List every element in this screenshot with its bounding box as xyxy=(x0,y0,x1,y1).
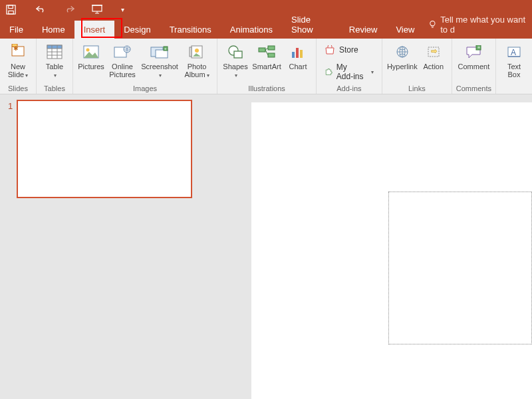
my-addins-label: My Add-ins xyxy=(336,63,366,81)
svg-point-28 xyxy=(195,49,199,53)
svg-rect-0 xyxy=(6,5,15,13)
store-label: Store xyxy=(339,45,358,55)
svg-point-19 xyxy=(86,49,90,52)
tell-me-search[interactable]: Tell me what you want to d xyxy=(424,11,532,39)
hyperlink-label: Hyperlink xyxy=(387,63,418,78)
thumbnail-number: 1 xyxy=(8,100,13,198)
thumbnail-preview[interactable] xyxy=(17,100,192,198)
svg-text:+: + xyxy=(164,47,167,51)
group-images: Pictures OnlinePictures + Screenshot▾ Ph… xyxy=(73,39,217,94)
tab-file[interactable]: File xyxy=(0,21,33,39)
action-icon xyxy=(426,43,441,61)
content-placeholder[interactable] xyxy=(388,192,532,344)
svg-rect-23 xyxy=(156,50,168,58)
shapes-icon xyxy=(227,43,243,61)
slide[interactable] xyxy=(251,102,532,399)
smartart-label: SmartArt xyxy=(252,63,281,78)
tab-home[interactable]: Home xyxy=(33,21,74,39)
svg-rect-33 xyxy=(268,53,275,57)
hyperlink-icon xyxy=(394,43,411,61)
save-icon[interactable] xyxy=(5,4,16,15)
comment-button[interactable]: + Comment xyxy=(458,40,489,78)
group-addins-label: Add-ins xyxy=(336,84,361,94)
new-slide-label: NewSlide▾ xyxy=(8,63,28,80)
svg-point-7 xyxy=(430,21,435,26)
my-addins-button[interactable]: My Add-ins ▾ xyxy=(321,61,378,82)
group-slides-label: Slides xyxy=(8,84,28,94)
svg-rect-1 xyxy=(8,5,13,8)
group-illustrations-label: Illustrations xyxy=(248,84,285,94)
group-text: A TextBox xyxy=(496,39,532,94)
tab-design[interactable]: Design xyxy=(114,21,160,39)
tab-view[interactable]: View xyxy=(386,21,424,39)
group-links-label: Links xyxy=(408,84,426,94)
online-pictures-button[interactable]: OnlinePictures xyxy=(106,40,138,78)
redo-icon[interactable] xyxy=(64,4,74,15)
pictures-icon xyxy=(83,43,99,61)
new-slide-button[interactable]: ✱ NewSlide▾ xyxy=(4,40,32,80)
svg-rect-13 xyxy=(47,45,62,49)
store-button[interactable]: Store xyxy=(321,44,362,56)
ribbon-tabs: File Home Insert Design Transitions Anim… xyxy=(0,19,532,39)
screenshot-icon: + xyxy=(150,43,169,61)
text-box-icon: A xyxy=(507,43,521,61)
chart-icon xyxy=(291,43,305,61)
tab-insert[interactable]: Insert xyxy=(74,21,115,39)
undo-icon[interactable] xyxy=(36,4,47,15)
ribbon: ✱ NewSlide▾ Slides Table▾ Tables xyxy=(0,39,532,94)
svg-rect-30 xyxy=(234,51,242,58)
tab-animations[interactable]: Animations xyxy=(221,21,282,39)
svg-text:+: + xyxy=(477,45,480,50)
svg-text:✱: ✱ xyxy=(13,45,19,52)
group-comments-label: Comments xyxy=(456,84,491,94)
hyperlink-button[interactable]: Hyperlink xyxy=(386,40,418,78)
store-icon xyxy=(325,45,335,55)
group-tables-label: Tables xyxy=(44,84,65,94)
screenshot-label: Screenshot▾ xyxy=(141,63,178,80)
work-area: 1 xyxy=(0,94,532,399)
smartart-icon xyxy=(258,43,275,61)
action-label: Action xyxy=(424,63,444,78)
thumbnail-item[interactable]: 1 xyxy=(8,100,201,198)
group-tables: Table▾ Tables xyxy=(37,39,73,94)
lightbulb-icon xyxy=(429,20,436,29)
chart-label: Chart xyxy=(289,63,307,78)
photo-album-button[interactable]: PhotoAlbum▾ xyxy=(181,40,213,80)
svg-text:A: A xyxy=(511,48,516,57)
online-pictures-icon xyxy=(114,43,131,61)
tab-transitions[interactable]: Transitions xyxy=(160,21,221,39)
comment-icon: + xyxy=(466,43,481,61)
svg-rect-27 xyxy=(190,47,192,57)
svg-rect-2 xyxy=(8,11,13,14)
slide-thumbnails-panel[interactable]: 1 xyxy=(0,94,209,399)
start-slideshow-icon[interactable] xyxy=(92,4,102,15)
tell-me-label: Tell me what you want to d xyxy=(440,15,532,35)
text-box-button[interactable]: A TextBox xyxy=(500,40,528,78)
qat-customize-icon[interactable]: ▾ xyxy=(121,6,124,13)
slide-canvas[interactable] xyxy=(209,94,532,399)
pictures-label: Pictures xyxy=(78,63,104,78)
screenshot-button[interactable]: + Screenshot▾ xyxy=(140,40,180,80)
tab-review[interactable]: Review xyxy=(340,21,387,39)
group-slides: ✱ NewSlide▾ Slides xyxy=(0,39,37,94)
chart-button[interactable]: Chart xyxy=(284,40,312,78)
table-button[interactable]: Table▾ xyxy=(41,40,68,80)
pictures-button[interactable]: Pictures xyxy=(77,40,105,78)
new-slide-icon: ✱ xyxy=(10,43,26,61)
tab-slideshow[interactable]: Slide Show xyxy=(282,11,340,39)
group-addins: Store My Add-ins ▾ Add-ins xyxy=(317,39,382,94)
comment-label: Comment xyxy=(458,63,490,78)
svg-rect-3 xyxy=(92,5,102,11)
group-illustrations: Shapes▾ SmartArt Chart Illustrations xyxy=(217,39,317,94)
group-text-label xyxy=(513,84,515,94)
group-images-label: Images xyxy=(133,84,157,94)
shapes-button[interactable]: Shapes▾ xyxy=(221,40,249,80)
shapes-label: Shapes▾ xyxy=(223,63,247,80)
addins-icon xyxy=(325,67,332,76)
table-label: Table▾ xyxy=(46,63,63,80)
text-box-label: TextBox xyxy=(507,63,521,78)
action-button[interactable]: Action xyxy=(420,40,448,78)
group-links: Hyperlink Action Links xyxy=(382,39,452,94)
photo-album-label: PhotoAlbum▾ xyxy=(184,63,209,80)
smartart-button[interactable]: SmartArt xyxy=(251,40,283,78)
